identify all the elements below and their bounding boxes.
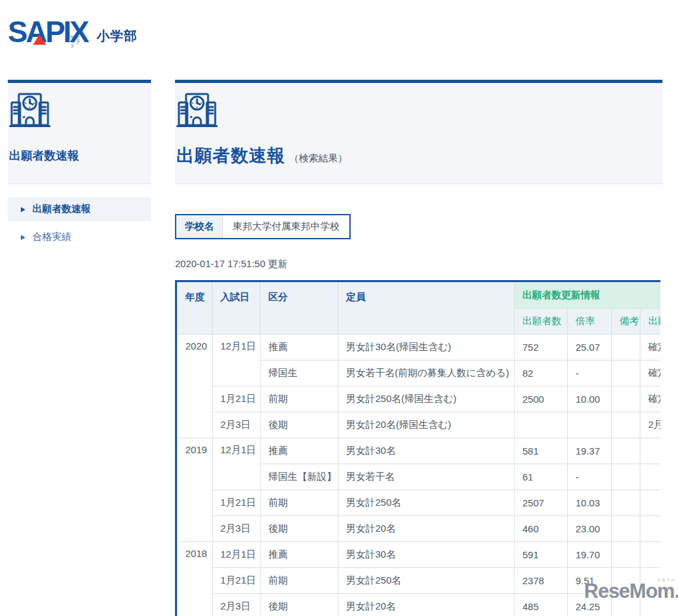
cell-app: 2507: [515, 490, 568, 516]
cell-app: 61: [515, 464, 568, 490]
cell-cap: 男女計30名: [338, 438, 515, 464]
page-title-suffix: （検索結果）: [289, 152, 347, 165]
table-row: 1月21日前期男女計250名(帰国生含む)250010.00確定: [178, 386, 661, 412]
cell-status: 確定: [640, 361, 661, 386]
cell-div: 前期: [261, 490, 338, 516]
cell-note: [612, 335, 640, 361]
sidebar-item-label: 出願者数速報: [32, 203, 91, 215]
cell-app: 82: [515, 361, 568, 386]
cell-cap: 男女計250名: [338, 490, 515, 516]
cell-status: 確定: [640, 335, 661, 361]
cell-ratio: 19.37: [568, 438, 612, 464]
school-name-label: 学校名: [176, 215, 223, 238]
school-building-icon: [9, 92, 51, 128]
cell-date: 2月3日: [213, 594, 261, 616]
cell-div: 推薦: [261, 438, 338, 464]
cell-div: 推薦: [261, 542, 338, 568]
brand-ruby: サピックス: [70, 35, 88, 49]
applicants-table: 年度 入試日 区分 定員 出願者数更新情報 出願者数 倍率 備考 出願締切 20…: [177, 282, 660, 616]
cell-note: [612, 361, 640, 386]
cell-div: 帰国生: [261, 361, 338, 386]
cell-ratio: 10.00: [568, 386, 612, 412]
cell-note: [612, 386, 640, 412]
cell-div: 後期: [261, 412, 338, 438]
cell-status: 2月2日: [640, 412, 661, 438]
sidebar-item-pass-results[interactable]: ▶ 合格実績: [8, 225, 151, 249]
table-row: 201812月1日推薦男女計30名59119.70: [178, 542, 661, 568]
cell-cap: 男女計20名: [338, 594, 515, 616]
table-row: 1月21日前期男女計250名250710.03: [178, 490, 661, 516]
resemom-watermark: リセマム ReseMom.: [584, 581, 678, 601]
cell-note: [612, 542, 640, 568]
watermark-text: ReseMom.: [584, 580, 678, 602]
arrow-right-icon: ▶: [21, 233, 25, 241]
cell-date: 12月1日: [213, 542, 261, 568]
header-group-update-info: 出願者数更新情報: [515, 283, 661, 309]
watermark-ruby: リセマム: [657, 578, 675, 582]
cell-div: 後期: [261, 594, 338, 616]
cell-status: [640, 464, 661, 490]
page-title: 出願者数速報: [176, 144, 285, 167]
school-building-icon: [176, 92, 218, 128]
sidebar-item-applicant-bulletin[interactable]: ▶ 出願者数速報: [8, 197, 151, 221]
header-division: 区分: [261, 283, 338, 335]
red-triangle-icon: [33, 34, 46, 45]
sidebar: 出願者数速報 ▶ 出願者数速報 ▶ 合格実績: [8, 80, 151, 253]
school-name-value: 東邦大学付属東邦中学校: [223, 215, 349, 238]
header-note: 備考: [612, 309, 640, 335]
school-name-box: 学校名 東邦大学付属東邦中学校: [175, 214, 351, 239]
table-header-row: 年度 入試日 区分 定員 出願者数更新情報: [178, 283, 661, 309]
table-row: 2月3日後期男女計20名(帰国生含む)2月2日: [178, 412, 661, 438]
cell-app: 581: [515, 438, 568, 464]
division-label: 小学部: [97, 27, 137, 45]
cell-div: 前期: [261, 386, 338, 412]
cell-app: 752: [515, 335, 568, 361]
cell-app: 2500: [515, 386, 568, 412]
cell-cap: 男女若干名: [338, 464, 515, 490]
cell-year: 2019: [178, 438, 213, 542]
cell-ratio: 25.07: [568, 335, 612, 361]
header-capacity: 定員: [338, 283, 515, 335]
cell-ratio: 23.00: [568, 516, 612, 542]
header-status: 出願締切: [640, 309, 661, 335]
cell-app: 2378: [515, 568, 568, 594]
cell-note: [612, 438, 640, 464]
table-row: 202012月1日推薦男女計30名(帰国生含む)75225.07確定: [178, 335, 661, 361]
cell-cap: 男女計20名: [338, 516, 515, 542]
cell-note: [612, 464, 640, 490]
cell-ratio: [568, 412, 612, 438]
cell-div: 前期: [261, 568, 338, 594]
sapix-logo[interactable]: SAPIX サピックス 小学部: [8, 17, 137, 47]
cell-date: 2月3日: [213, 516, 261, 542]
header-applicants: 出願者数: [515, 309, 568, 335]
cell-year: 2018: [178, 542, 213, 616]
sidebar-title: 出願者数速報: [9, 148, 151, 163]
cell-status: [640, 516, 661, 542]
cell-year: 2020: [178, 335, 213, 438]
cell-app: 591: [515, 542, 568, 568]
cell-status: [640, 438, 661, 464]
cell-status: [640, 542, 661, 568]
cell-ratio: -: [568, 361, 612, 386]
table-row: 201912月1日推薦男女計30名58119.37: [178, 438, 661, 464]
cell-status: [640, 490, 661, 516]
cell-div: 推薦: [261, 335, 338, 361]
cell-ratio: -: [568, 464, 612, 490]
cell-div: 後期: [261, 516, 338, 542]
header-ratio: 倍率: [568, 309, 612, 335]
cell-div: 帰国生【新設】: [261, 464, 338, 490]
sidebar-header: 出願者数速報: [8, 83, 151, 184]
cell-date: 12月1日: [213, 438, 261, 490]
header-exam-date: 入試日: [213, 283, 261, 335]
cell-date: 1月21日: [213, 386, 261, 412]
cell-note: [612, 412, 640, 438]
cell-ratio: 19.70: [568, 542, 612, 568]
table-row: 2月3日後期男女計20名46023.00: [178, 516, 661, 542]
cell-cap: 男女計30名: [338, 542, 515, 568]
arrow-right-icon: ▶: [21, 206, 25, 213]
cell-date: 2月3日: [213, 412, 261, 438]
cell-cap: 男女計20名(帰国生含む): [338, 412, 515, 438]
main-content: 出願者数速報 （検索結果） 学校名 東邦大学付属東邦中学校 2020-01-17…: [175, 80, 662, 616]
sidebar-menu: ▶ 出願者数速報 ▶ 合格実績: [8, 197, 151, 249]
cell-cap: 男女計30名(帰国生含む): [338, 335, 515, 361]
